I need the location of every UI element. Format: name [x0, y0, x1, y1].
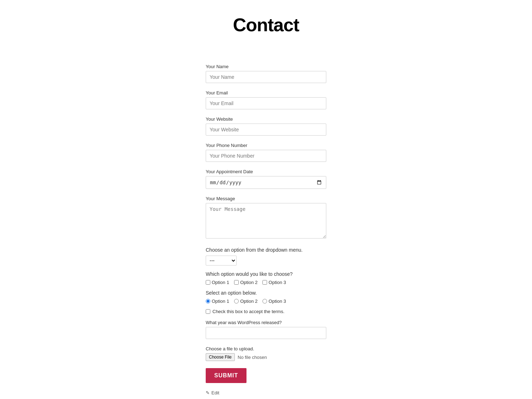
checkbox-option3-label: Option 3 — [268, 280, 286, 285]
radio-item-3[interactable]: Option 3 — [262, 299, 286, 304]
file-upload-group: Choose a file to upload. Choose File No … — [206, 346, 326, 361]
terms-checkbox[interactable] — [206, 309, 210, 314]
name-label: Your Name — [206, 64, 326, 69]
radio-option2-label: Option 2 — [240, 299, 257, 304]
message-label: Your Message — [206, 196, 326, 201]
date-input[interactable] — [206, 176, 326, 189]
wordpress-year-group: What year was WordPress released? — [206, 320, 326, 339]
dropdown-label: Choose an option from the dropdown menu. — [206, 247, 326, 253]
date-group: Your Appointment Date — [206, 169, 326, 189]
radio-option3[interactable] — [262, 299, 267, 304]
checkbox-item-3[interactable]: Option 3 — [262, 280, 286, 285]
submit-button[interactable]: SUBMIT — [206, 368, 246, 383]
message-group: Your Message — [206, 196, 326, 240]
page-title: Contact — [7, 14, 525, 35]
date-label: Your Appointment Date — [206, 169, 326, 174]
file-upload-label: Choose a file to upload. — [206, 346, 326, 351]
phone-group: Your Phone Number — [206, 143, 326, 162]
contact-form: Your Name Your Email Your Website Your P… — [206, 64, 326, 395]
checkbox-group: Option 1 Option 2 Option 3 — [206, 280, 326, 285]
terms-label: Check this box to accept the terms. — [212, 309, 284, 314]
message-textarea[interactable] — [206, 203, 326, 239]
checkbox-item-2[interactable]: Option 2 — [234, 280, 257, 285]
radio-option1-label: Option 1 — [212, 299, 229, 304]
checkbox-item-1[interactable]: Option 1 — [206, 280, 229, 285]
name-input[interactable] — [206, 71, 326, 83]
checkbox-option2[interactable] — [234, 280, 239, 285]
radio-item-1[interactable]: Option 1 — [206, 299, 229, 304]
terms-row: Check this box to accept the terms. — [206, 309, 326, 314]
edit-link-label: Edit — [211, 390, 219, 395]
file-upload-row: Choose File No file chosen — [206, 353, 326, 361]
phone-input[interactable] — [206, 150, 326, 162]
checkbox-option3[interactable] — [262, 280, 267, 285]
website-group: Your Website — [206, 116, 326, 136]
dropdown-select[interactable]: --- Option 1 Option 2 Option 3 — [206, 256, 237, 266]
checkbox-section: Which option would you like to choose? O… — [206, 271, 326, 285]
website-input[interactable] — [206, 124, 326, 136]
email-group: Your Email — [206, 90, 326, 109]
website-label: Your Website — [206, 116, 326, 122]
radio-option1[interactable] — [206, 299, 210, 304]
checkbox-option2-label: Option 2 — [240, 280, 257, 285]
choose-file-button[interactable]: Choose File — [206, 353, 235, 361]
wordpress-year-input[interactable] — [206, 327, 326, 339]
email-label: Your Email — [206, 90, 326, 95]
checkbox-option1[interactable] — [206, 280, 210, 285]
radio-label: Select an option below. — [206, 290, 326, 296]
name-group: Your Name — [206, 64, 326, 83]
edit-link[interactable]: ✎ Edit — [206, 390, 326, 395]
edit-icon: ✎ — [206, 390, 210, 395]
radio-section: Select an option below. Option 1 Option … — [206, 290, 326, 304]
checkbox-label: Which option would you like to choose? — [206, 271, 326, 277]
dropdown-section: Choose an option from the dropdown menu.… — [206, 247, 326, 266]
checkbox-option1-label: Option 1 — [212, 280, 229, 285]
phone-label: Your Phone Number — [206, 143, 326, 148]
wordpress-year-label: What year was WordPress released? — [206, 320, 326, 325]
email-input[interactable] — [206, 97, 326, 109]
radio-item-2[interactable]: Option 2 — [234, 299, 257, 304]
submit-group: SUBMIT — [206, 368, 326, 383]
radio-group: Option 1 Option 2 Option 3 — [206, 299, 326, 304]
radio-option2[interactable] — [234, 299, 239, 304]
no-file-text: No file chosen — [238, 355, 267, 360]
radio-option3-label: Option 3 — [268, 299, 286, 304]
